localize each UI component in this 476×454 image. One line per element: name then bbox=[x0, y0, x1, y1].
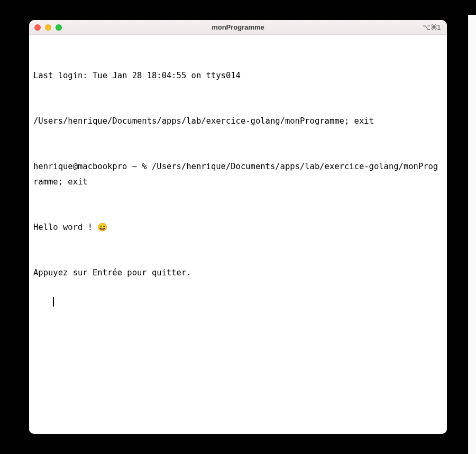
terminal-window: monProgramme ⌥⌘1 Last login: Tue Jan 28 … bbox=[29, 20, 447, 434]
maximize-button[interactable] bbox=[56, 24, 62, 31]
window-title: monProgramme bbox=[29, 23, 447, 31]
terminal-line: Appuyez sur Entrée pour quitter. bbox=[33, 265, 443, 281]
terminal-content[interactable]: Last login: Tue Jan 28 18:04:55 on ttys0… bbox=[29, 35, 447, 434]
window-titlebar[interactable]: monProgramme ⌥⌘1 bbox=[29, 20, 447, 35]
terminal-line: Last login: Tue Jan 28 18:04:55 on ttys0… bbox=[33, 68, 443, 84]
close-button[interactable] bbox=[34, 24, 41, 31]
terminal-cursor bbox=[53, 297, 54, 307]
terminal-line: Hello word ! 😄 bbox=[33, 220, 443, 235]
terminal-line: henrique@macbookpro ~ % /Users/henrique/… bbox=[33, 159, 443, 189]
terminal-line: /Users/henrique/Documents/apps/lab/exerc… bbox=[33, 114, 443, 129]
minimize-button[interactable] bbox=[45, 24, 51, 31]
shortcut-indicator: ⌥⌘1 bbox=[423, 23, 447, 31]
window-controls bbox=[29, 24, 62, 31]
